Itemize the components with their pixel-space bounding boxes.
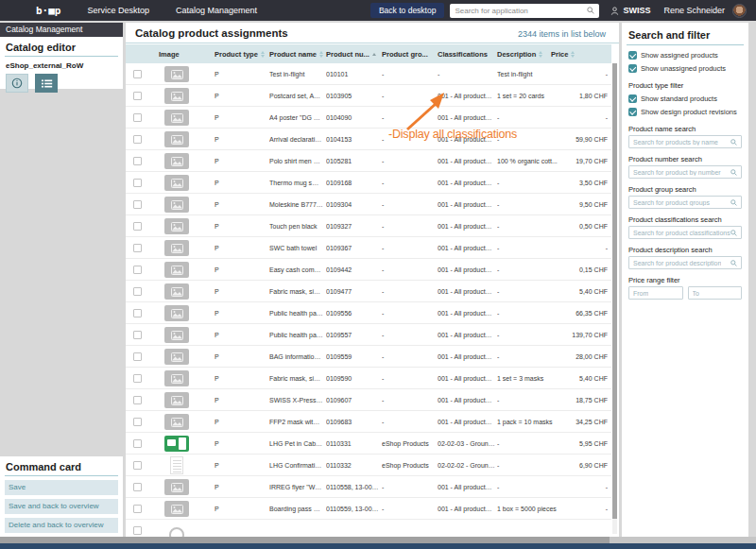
- cell-product-number: 0109556: [326, 302, 379, 324]
- row-checkbox[interactable]: [133, 439, 142, 448]
- row-checkbox[interactable]: [133, 200, 142, 209]
- product-description-search-input[interactable]: Search for product description: [628, 256, 742, 269]
- table-row[interactable]: PPolo shirt men whi...0105281-001 - All …: [126, 150, 611, 172]
- checkbox-show-standard-products[interactable]: Show standard products: [622, 92, 748, 105]
- table-row[interactable]: PA4 poster "DG airc...0104090-001 - All …: [126, 107, 611, 129]
- checkbox-checked-icon[interactable]: [628, 51, 637, 60]
- row-checkbox[interactable]: [133, 244, 142, 252]
- table-row[interactable]: PPostcard set, A3400103905-001 - All pro…: [126, 85, 611, 107]
- user-avatar[interactable]: [732, 4, 747, 18]
- column-header-price[interactable]: Price: [551, 44, 619, 63]
- nav-item-catalog-management[interactable]: Catalog Management: [176, 6, 257, 15]
- cell-price: -: [551, 498, 608, 520]
- table-row[interactable]: PIRREG flyer "We ap...0110558, 13-00076-…: [126, 476, 611, 498]
- table-row[interactable]: PLHG Pet in Cabin L...0110331eShop Produ…: [126, 433, 611, 455]
- product-group-search-input[interactable]: Search for product groups: [628, 196, 742, 209]
- column-header-product-type[interactable]: Product type: [215, 44, 270, 63]
- product-classifications-search-input[interactable]: Search for product classifications: [628, 226, 742, 239]
- horizontal-scrollbar-thumb[interactable]: [0, 537, 610, 543]
- checkbox-checked-icon[interactable]: [628, 108, 637, 116]
- row-checkbox[interactable]: [133, 352, 142, 361]
- row-checkbox[interactable]: [133, 113, 142, 122]
- table-vertical-scrollbar-thumb[interactable]: [612, 63, 617, 519]
- product-name-search-input[interactable]: Search for products by name: [628, 135, 742, 148]
- row-checkbox[interactable]: [133, 287, 142, 296]
- table-row[interactable]: PTest in-flight010101--Test in-flight-: [126, 63, 611, 85]
- table-row[interactable]: PEasy cash compen...0109442-001 - All pr…: [126, 259, 611, 281]
- row-checkbox[interactable]: [133, 92, 142, 100]
- row-checkbox[interactable]: [133, 396, 142, 404]
- price-from-input[interactable]: From: [628, 286, 683, 300]
- row-checkbox[interactable]: [133, 505, 142, 513]
- search-icon: [730, 230, 737, 236]
- catalog-info-button[interactable]: [6, 74, 28, 93]
- product-image-cell: [156, 107, 198, 129]
- catalog-assignments-button[interactable]: [35, 74, 58, 93]
- cell-product-name: SWC bath towel: [269, 237, 323, 259]
- row-checkbox[interactable]: [133, 461, 142, 470]
- cell-product-type: P: [215, 237, 257, 259]
- row-checkbox[interactable]: [133, 157, 142, 165]
- cell-product-group: eShop Products: [382, 455, 435, 476]
- table-row[interactable]: [126, 520, 611, 537]
- back-to-desktop-button[interactable]: Back to desktop: [370, 3, 444, 18]
- cell-product-number: 0109607: [326, 389, 379, 411]
- command-button-save-and-back-to-overview[interactable]: Save and back to overview: [5, 499, 118, 514]
- row-checkbox[interactable]: [133, 222, 142, 231]
- checkbox-show-unassigned-products[interactable]: Show unassigned products: [622, 61, 748, 75]
- table-row[interactable]: PFabric mask, size ...0109477-001 - All …: [126, 281, 611, 302]
- product-image-cell: [156, 150, 198, 172]
- cell-product-type: P: [215, 194, 257, 215]
- checkbox-show-design-product-revisions[interactable]: Show design product revisions: [622, 105, 748, 118]
- command-button-save[interactable]: Save: [5, 480, 118, 495]
- checkbox-show-assigned-products[interactable]: Show assigned products: [622, 48, 748, 61]
- table-row[interactable]: PPublic health pass...0109557-001 - All …: [126, 324, 611, 346]
- user-menu[interactable]: Rene Schneider: [663, 6, 725, 15]
- table-row[interactable]: PMoleskine B777, bl...0109304-001 - All …: [126, 194, 611, 215]
- cell-price: 18,75 CHF: [551, 389, 608, 411]
- command-card: Command card SaveSave and back to overvi…: [0, 456, 123, 537]
- row-checkbox[interactable]: [133, 418, 142, 426]
- row-checkbox[interactable]: [133, 266, 142, 274]
- row-checkbox[interactable]: [133, 374, 142, 383]
- nav-item-service-desktop[interactable]: Service Desktop: [88, 6, 150, 15]
- table-row[interactable]: PSWISS X-Presso UL...0109607-001 - All p…: [126, 389, 611, 411]
- table-row[interactable]: PBoarding pass SWI...0110559, 13-00016-0…: [126, 498, 611, 520]
- cell-price: 0,50 CHF: [551, 215, 608, 237]
- row-checkbox[interactable]: [133, 70, 142, 78]
- table-row[interactable]: PBAG information fl...0109559-001 - All …: [126, 346, 611, 368]
- column-header-label: Product nu...: [326, 50, 369, 59]
- price-to-input[interactable]: To: [688, 286, 743, 300]
- row-checkbox[interactable]: [133, 526, 142, 535]
- cell-product-group: -: [382, 215, 435, 237]
- column-header-image[interactable]: Image: [159, 44, 214, 63]
- input-placeholder: Search for product groups: [633, 199, 710, 206]
- application-search-input[interactable]: Search for application: [450, 4, 599, 18]
- table-row[interactable]: PFabric mask, size L...0109590-001 - All…: [126, 368, 611, 389]
- search-icon: [587, 7, 594, 14]
- horizontal-scrollbar[interactable]: [0, 537, 756, 543]
- table-row[interactable]: PTouch pen black0109327-001 - All produc…: [126, 215, 611, 237]
- org-menu[interactable]: SWISS: [610, 6, 650, 15]
- cell-product-type: P: [215, 498, 257, 520]
- table-row[interactable]: PThermo mug small0109168-001 - All produ…: [126, 172, 611, 194]
- product-image-cell: [156, 346, 198, 368]
- column-header-label: Product type: [215, 50, 258, 59]
- checkbox-checked-icon[interactable]: [628, 64, 637, 73]
- table-row[interactable]: PLHG Confirmation ...0110332eShop Produc…: [126, 455, 611, 476]
- table-vertical-scrollbar[interactable]: [612, 63, 617, 534]
- row-checkbox[interactable]: [133, 309, 142, 317]
- table-row[interactable]: PPublic health pass...0109556-001 - All …: [126, 302, 611, 324]
- row-checkbox[interactable]: [133, 483, 142, 491]
- table-row[interactable]: PArrival declaration ...0104153-001 - Al…: [126, 129, 611, 150]
- table-row[interactable]: PFFP2 mask with ea...0109683-001 - All p…: [126, 411, 611, 433]
- product-number-search-input[interactable]: Search for product by number: [628, 165, 742, 179]
- table-row[interactable]: PSWC bath towel0109367-001 - All product…: [126, 237, 611, 259]
- row-checkbox[interactable]: [133, 135, 142, 144]
- command-button-delete-and-back-to-overview[interactable]: Delete and back to overview: [5, 518, 118, 533]
- checkbox-checked-icon[interactable]: [628, 94, 637, 103]
- catalog-editor-card: Catalog Management Catalog editor eShop_…: [0, 23, 123, 89]
- row-checkbox[interactable]: [133, 179, 142, 187]
- row-checkbox[interactable]: [133, 331, 142, 339]
- top-bar: b·■p Service Desktop Catalog Management …: [0, 0, 756, 21]
